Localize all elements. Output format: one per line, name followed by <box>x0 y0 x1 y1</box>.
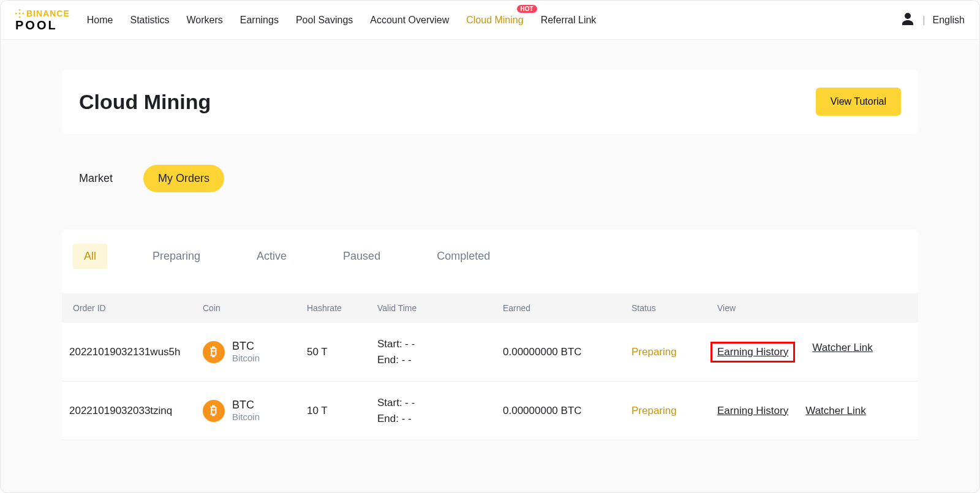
cell-status: Preparing <box>631 405 717 417</box>
nav-earnings[interactable]: Earnings <box>240 15 279 26</box>
cell-status: Preparing <box>631 346 717 358</box>
nav-cloud-mining[interactable]: Cloud Mining HOT <box>466 15 523 26</box>
coin-symbol: BTC <box>232 399 260 412</box>
cell-hashrate: 10 T <box>307 405 377 417</box>
col-valid-time: Valid Time <box>377 303 503 313</box>
cell-valid-time: Start: - - End: - - <box>377 395 503 426</box>
filter-paused[interactable]: Paused <box>332 244 391 269</box>
svg-rect-2 <box>15 12 17 14</box>
user-icon[interactable] <box>900 12 915 29</box>
language-selector[interactable]: English <box>933 15 965 26</box>
cell-hashrate: 50 T <box>307 346 377 358</box>
svg-rect-3 <box>22 12 24 14</box>
col-coin: Coin <box>203 303 307 313</box>
earning-history-link[interactable]: Earning History <box>710 342 795 363</box>
bitcoin-icon: ₿ <box>203 341 225 363</box>
filter-tabs: All Preparing Active Paused Completed <box>62 244 918 269</box>
col-status: Status <box>631 303 717 313</box>
logo-text-top: BINANCE <box>26 9 70 18</box>
table-header-row: Order ID Coin Hashrate Valid Time Earned… <box>62 293 918 323</box>
table-row: 20221019032131wus5h ₿ BTC Bitcoin 50 T S… <box>62 323 918 382</box>
section-tabs: Market My Orders <box>79 165 918 192</box>
cell-order-id: 20221019032033tzinq <box>62 405 203 417</box>
cell-order-id: 20221019032131wus5h <box>62 346 203 358</box>
bitcoin-icon: ₿ <box>203 400 225 422</box>
end-time: End: - - <box>377 411 503 427</box>
cell-coin: ₿ BTC Bitcoin <box>203 340 307 364</box>
logo-text-bottom: POOL <box>15 19 58 31</box>
cell-earned: 0.00000000 BTC <box>503 346 631 358</box>
filter-all[interactable]: All <box>73 244 107 269</box>
title-card: Cloud Mining View Tutorial <box>62 69 918 134</box>
coin-symbol: BTC <box>232 340 260 353</box>
nav-account-overview[interactable]: Account Overview <box>370 15 449 26</box>
header-right: | English <box>900 12 965 29</box>
filter-active[interactable]: Active <box>246 244 298 269</box>
col-hashrate: Hashrate <box>307 303 377 313</box>
filter-preparing[interactable]: Preparing <box>141 244 211 269</box>
nav-pool-savings[interactable]: Pool Savings <box>296 15 353 26</box>
svg-rect-0 <box>18 9 20 11</box>
app-header: BINANCE POOL Home Statistics Workers Ear… <box>1 1 979 40</box>
coin-name: Bitcoin <box>232 353 260 364</box>
nav-statistics[interactable]: Statistics <box>130 15 169 26</box>
filter-completed[interactable]: Completed <box>426 244 501 269</box>
cell-view: Earning History Watcher Link <box>717 405 918 417</box>
orders-card: All Preparing Active Paused Completed Or… <box>62 229 918 440</box>
table-row: 20221019032033tzinq ₿ BTC Bitcoin 10 T S… <box>62 382 918 440</box>
nav-workers[interactable]: Workers <box>186 15 222 26</box>
binance-logo-icon <box>15 9 24 18</box>
nav-cloud-mining-label: Cloud Mining <box>466 15 523 25</box>
cell-view: Earning History Watcher Link <box>717 342 918 363</box>
col-earned: Earned <box>503 303 631 313</box>
page-content: Cloud Mining View Tutorial Market My Ord… <box>1 40 979 440</box>
hot-badge: HOT <box>517 5 537 13</box>
tab-my-orders[interactable]: My Orders <box>143 165 224 192</box>
nav-referral-link[interactable]: Referral Link <box>541 15 597 26</box>
svg-rect-4 <box>18 12 20 14</box>
main-nav: Home Statistics Workers Earnings Pool Sa… <box>87 15 597 26</box>
end-time: End: - - <box>377 352 503 368</box>
nav-home[interactable]: Home <box>87 15 113 26</box>
cell-coin: ₿ BTC Bitcoin <box>203 399 307 423</box>
orders-table: Order ID Coin Hashrate Valid Time Earned… <box>62 293 918 440</box>
watcher-link[interactable]: Watcher Link <box>805 405 866 417</box>
svg-rect-1 <box>18 16 20 18</box>
cell-earned: 0.00000000 BTC <box>503 405 631 417</box>
view-tutorial-button[interactable]: View Tutorial <box>816 88 901 116</box>
page-title: Cloud Mining <box>79 90 211 114</box>
earning-history-link[interactable]: Earning History <box>717 405 788 417</box>
watcher-link[interactable]: Watcher Link <box>812 342 873 363</box>
cell-valid-time: Start: - - End: - - <box>377 336 503 367</box>
col-order-id: Order ID <box>62 303 203 313</box>
tab-market[interactable]: Market <box>79 172 113 185</box>
col-view: View <box>717 303 918 313</box>
start-time: Start: - - <box>377 336 503 352</box>
logo[interactable]: BINANCE POOL <box>15 9 70 31</box>
start-time: Start: - - <box>377 395 503 411</box>
header-divider: | <box>922 15 925 26</box>
coin-name: Bitcoin <box>232 412 260 423</box>
